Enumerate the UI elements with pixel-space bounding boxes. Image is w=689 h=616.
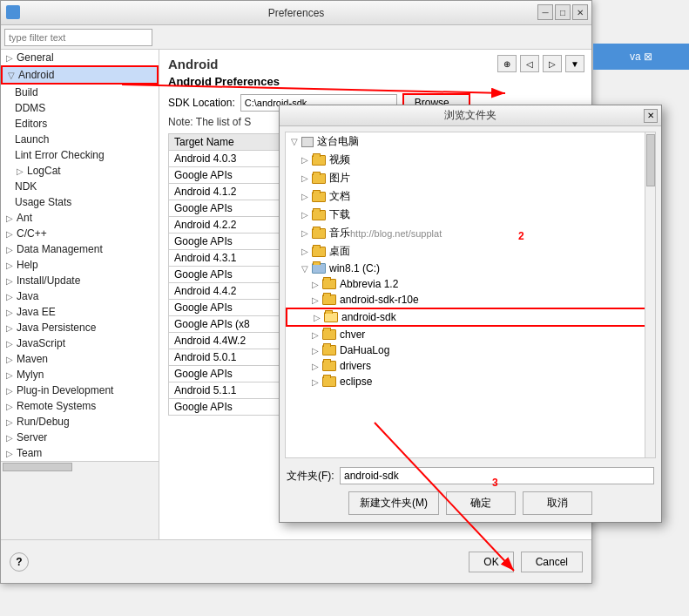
sidebar-item-server[interactable]: ▷ Server (1, 430, 159, 445)
sidebar-item-logcat[interactable]: ▷ LogCat (1, 163, 159, 179)
dialog-cancel-button[interactable]: 取消 (523, 491, 592, 515)
dialog-tree-scrollbar[interactable] (645, 132, 655, 457)
ok-button[interactable]: OK (469, 552, 513, 572)
folder-icon-eclipse (322, 376, 336, 387)
dialog-close-button[interactable]: ✕ (644, 109, 658, 123)
tree-item-video[interactable]: ▷ 视频 (286, 151, 655, 169)
sidebar-item-launch[interactable]: Launch (1, 132, 159, 147)
nav-dropdown-button[interactable]: ▷ (543, 55, 562, 72)
sidebar-label-launch: Launch (15, 133, 49, 146)
tree-item-pictures[interactable]: ▷ 图片 (286, 169, 655, 187)
sidebar-item-javascript[interactable]: ▷ JavaScript (1, 335, 159, 351)
sidebar-item-run-debug[interactable]: ▷ Run/Debug (1, 414, 159, 430)
sidebar-item-mylyn[interactable]: ▷ Mylyn (1, 367, 159, 382)
sidebar-item-plugin-development[interactable]: ▷ Plug-in Development (1, 382, 159, 398)
sidebar-label-maven: Maven (17, 353, 48, 365)
dialog-footer: 文件夹(F): 新建文件夹(M) 确定 取消 (280, 464, 661, 522)
tree-item-android-sdk[interactable]: ▷ android-sdk (286, 308, 655, 327)
sidebar-item-java-ee[interactable]: ▷ Java EE (1, 304, 159, 320)
help-button[interactable]: ? (10, 552, 29, 572)
tree-item-abbrevia[interactable]: ▷ Abbrevia 1.2 (286, 276, 655, 292)
expand-arrow-android-sdk-r10e: ▷ (310, 294, 321, 305)
expand-arrow-plugin-development: ▷ (4, 385, 15, 396)
tree-item-daHuaLog[interactable]: ▷ DaHuaLog (286, 342, 655, 358)
nav-forward-button[interactable]: ◁ (520, 55, 539, 72)
tree-label-this-pc: 这台电脑 (317, 134, 359, 149)
sidebar-hscrollbar-thumb[interactable] (3, 463, 72, 471)
sidebar-item-android[interactable]: ▽ Android (1, 65, 159, 85)
tree-label-win81: win8.1 (C:) (329, 262, 380, 274)
sidebar-item-editors[interactable]: Editors (1, 116, 159, 132)
expand-arrow-java-ee: ▷ (4, 307, 15, 317)
editor-tab[interactable]: va ⊠ (593, 44, 689, 70)
search-input[interactable] (4, 29, 152, 46)
title-bar-controls: ─ □ ✕ (537, 4, 588, 20)
nav-back-button[interactable]: ⊕ (497, 55, 517, 72)
expand-arrow-win81: ▽ (300, 263, 310, 274)
tree-item-documents[interactable]: ▷ 文档 (286, 187, 655, 206)
sidebar-hscrollbar[interactable] (1, 461, 159, 471)
sidebar-label-build: Build (15, 86, 38, 98)
tree-item-music[interactable]: ▷ 音乐 http://blog.net/supplat (286, 224, 655, 242)
sidebar-label-mylyn: Mylyn (17, 369, 44, 381)
nav-more-button[interactable]: ▼ (565, 55, 584, 72)
sidebar-item-general[interactable]: ▷ General (1, 50, 159, 65)
tree-item-desktop[interactable]: ▷ 桌面 (286, 242, 655, 261)
expand-arrow-drivers: ▷ (310, 361, 321, 371)
sidebar-label-java-ee: Java EE (17, 306, 56, 318)
tree-item-drivers[interactable]: ▷ drivers (286, 358, 655, 374)
dialog-tree-scrollbar-thumb[interactable] (646, 134, 655, 186)
expand-arrow-music: ▷ (300, 228, 310, 239)
sidebar-item-team[interactable]: ▷ Team (1, 445, 159, 461)
sidebar-label-usage-stats: Usage Stats (15, 196, 71, 208)
tree-label-pictures: 图片 (329, 171, 350, 186)
tree-label-drivers: drivers (340, 360, 371, 372)
disk-icon-win81 (312, 263, 326, 274)
sidebar-item-ant[interactable]: ▷ Ant (1, 210, 159, 226)
sidebar-item-java-persistence[interactable]: ▷ Java Persistence (1, 320, 159, 335)
sidebar-label-plugin-development: Plug-in Development (17, 384, 113, 396)
expand-arrow-server: ▷ (4, 432, 15, 443)
sidebar-item-ddms[interactable]: DDMS (1, 100, 159, 116)
cancel-button[interactable]: Cancel (521, 552, 583, 572)
sidebar-item-build[interactable]: Build (1, 85, 159, 100)
tree-item-eclipse[interactable]: ▷ eclipse (286, 374, 655, 389)
folder-icon-android-sdk (324, 312, 338, 322)
sidebar-label-general: General (17, 51, 54, 64)
folder-name-input[interactable] (340, 467, 654, 484)
new-folder-button[interactable]: 新建文件夹(M) (348, 491, 439, 515)
dialog-tree[interactable]: ▽ 这台电脑 ▷ 视频 ▷ 图片 ▷ 文档 ▷ 下载 ▷ 音乐 http://b… (285, 132, 656, 458)
sidebar-label-cpp: C/C++ (17, 227, 47, 240)
tree-item-this-pc[interactable]: ▽ 这台电脑 (286, 132, 655, 151)
sidebar-item-lint[interactable]: Lint Error Checking (1, 147, 159, 163)
sidebar-item-help[interactable]: ▷ Help (1, 257, 159, 273)
sidebar-item-install-update[interactable]: ▷ Install/Update (1, 273, 159, 288)
maximize-button[interactable]: □ (555, 4, 571, 20)
sidebar-label-run-debug: Run/Debug (17, 416, 70, 428)
close-button[interactable]: ✕ (572, 4, 588, 20)
folder-input-label: 文件夹(F): (287, 469, 334, 484)
expand-arrow-help: ▷ (4, 260, 15, 270)
tree-item-win81[interactable]: ▽ win8.1 (C:) (286, 261, 655, 276)
tree-item-chver[interactable]: ▷ chver (286, 327, 655, 342)
expand-arrow-java: ▷ (4, 291, 15, 301)
minimize-button[interactable]: ─ (537, 4, 553, 20)
sidebar-item-cpp[interactable]: ▷ C/C++ (1, 226, 159, 241)
expand-arrow-data-management: ▷ (4, 244, 15, 254)
expand-arrow-video: ▷ (300, 155, 310, 166)
sidebar-item-data-management[interactable]: ▷ Data Management (1, 241, 159, 257)
sidebar-item-remote-systems[interactable]: ▷ Remote Systems (1, 398, 159, 414)
tree-item-downloads[interactable]: ▷ 下载 (286, 206, 655, 224)
expand-arrow-javascript: ▷ (4, 338, 15, 349)
sidebar-item-ndk[interactable]: NDK (1, 179, 159, 194)
sidebar-item-maven[interactable]: ▷ Maven (1, 351, 159, 367)
sidebar: ▷ General ▽ Android Build DDMS Editors (1, 50, 159, 461)
sidebar-item-java[interactable]: ▷ Java (1, 288, 159, 304)
sidebar-label-team: Team (17, 447, 42, 459)
tree-label-daHuaLog: DaHuaLog (340, 344, 389, 356)
expand-arrow-general: ▷ (4, 52, 15, 63)
tree-label-desktop: 桌面 (329, 244, 350, 259)
tree-item-android-sdk-r10e[interactable]: ▷ android-sdk-r10e (286, 292, 655, 308)
sidebar-item-usage-stats[interactable]: Usage Stats (1, 194, 159, 210)
dialog-confirm-button[interactable]: 确定 (446, 491, 516, 515)
